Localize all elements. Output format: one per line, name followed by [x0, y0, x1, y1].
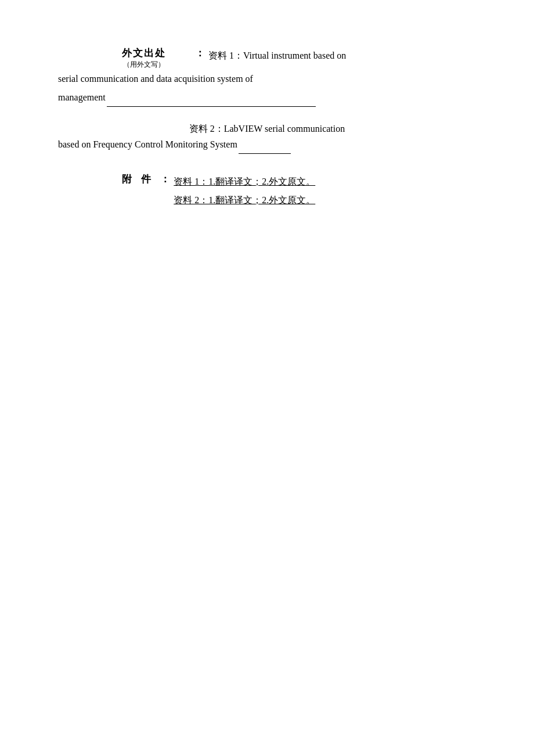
fujian-colon-text: ：	[160, 172, 170, 186]
res1-management-line: management	[58, 88, 476, 107]
fujian-label-text: 附 件	[122, 172, 154, 186]
res1-header-text: 资料 1：Virtual instrument based on	[208, 46, 476, 65]
res1-prefix: 资料 1：	[208, 51, 243, 60]
res2-header-row: 资料 2：LabVIEW serial communication	[58, 123, 476, 135]
res1-title-part2: serial communication and data acquisitio…	[58, 74, 253, 84]
page: 外文出处 （用外文写） ： 资料 1：Virtual instrument ba…	[0, 0, 534, 756]
wawen-header-row: 外文出处 （用外文写） ： 资料 1：Virtual instrument ba…	[122, 46, 476, 70]
wawen-section: 外文出处 （用外文写） ： 资料 1：Virtual instrument ba…	[58, 46, 476, 210]
fujian-res2: 资料 2：1.翻译译文；2.外文原文。	[174, 191, 315, 210]
fujian-res1: 资料 1：1.翻译译文；2.外文原文。	[174, 172, 315, 191]
res2-underline-dots	[239, 153, 291, 154]
wawen-hint-text: （用外文写）	[123, 60, 165, 70]
res1-title-part1: Virtual instrument based on	[243, 51, 346, 60]
res1-body: serial communication and data acquisitio…	[58, 70, 476, 88]
res1-underline-dots	[107, 106, 316, 107]
res2-title: LabVIEW serial communication	[224, 124, 345, 134]
fujian-content-block: 资料 1：1.翻译译文；2.外文原文。 资料 2：1.翻译译文；2.外文原文。	[174, 172, 315, 210]
res1-title-part3: management	[58, 92, 106, 102]
res2-subtitle-row: based on Frequency Control Monitoring Sy…	[58, 135, 476, 154]
wawen-label-text: 外文出处	[122, 46, 166, 60]
res2-label: 资料 2：	[189, 124, 224, 134]
fujian-row: 附 件 ： 资料 1：1.翻译译文；2.外文原文。 资料 2：1.翻译译文；2.…	[122, 172, 476, 210]
wawen-colon: ：	[195, 46, 205, 60]
wawen-label-group: 外文出处 （用外文写）	[122, 46, 192, 70]
res2-subtitle: based on Frequency Control Monitoring Sy…	[58, 139, 237, 149]
